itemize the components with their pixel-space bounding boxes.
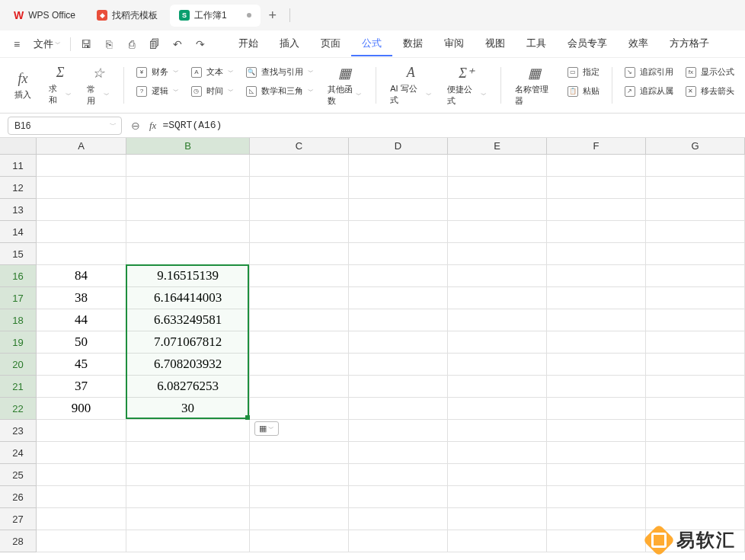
cell[interactable] bbox=[646, 243, 745, 265]
cell[interactable] bbox=[349, 354, 448, 376]
cell[interactable] bbox=[547, 265, 646, 287]
cell[interactable] bbox=[448, 243, 547, 265]
cell[interactable] bbox=[349, 486, 448, 508]
cell[interactable] bbox=[37, 243, 126, 265]
cell[interactable] bbox=[250, 354, 349, 376]
autosum-button[interactable]: Σ 求和﹀ bbox=[43, 64, 78, 107]
cell[interactable] bbox=[547, 309, 646, 331]
cell[interactable]: 7.071067812 bbox=[126, 331, 250, 354]
cell[interactable] bbox=[37, 199, 126, 221]
cell[interactable] bbox=[547, 442, 646, 464]
cell[interactable] bbox=[646, 309, 745, 331]
cell[interactable]: 30 bbox=[126, 398, 250, 420]
row-header[interactable]: 27 bbox=[0, 508, 37, 530]
cell[interactable]: 6.708203932 bbox=[126, 354, 250, 376]
menu-tab-0[interactable]: 开始 bbox=[228, 32, 269, 56]
cell[interactable] bbox=[448, 354, 547, 376]
formula-input[interactable]: =SQRT(A16) bbox=[162, 120, 737, 131]
fx-icon[interactable]: fx bbox=[149, 120, 156, 132]
cell[interactable] bbox=[448, 442, 547, 464]
cell[interactable] bbox=[349, 199, 448, 221]
cell[interactable] bbox=[37, 442, 126, 464]
cell[interactable] bbox=[126, 177, 250, 199]
cell[interactable] bbox=[349, 420, 448, 442]
cell[interactable] bbox=[448, 309, 547, 331]
insert-function-button[interactable]: fx 插入 bbox=[6, 64, 40, 107]
column-header[interactable]: B bbox=[126, 138, 250, 154]
undo-icon[interactable]: ↶ bbox=[167, 34, 188, 55]
cell[interactable] bbox=[547, 398, 646, 420]
cell[interactable] bbox=[547, 486, 646, 508]
cell[interactable] bbox=[646, 155, 745, 177]
cell[interactable] bbox=[250, 464, 349, 486]
cell[interactable] bbox=[37, 221, 126, 243]
cell[interactable] bbox=[448, 398, 547, 420]
print-icon[interactable]: ⎙ bbox=[121, 34, 142, 55]
cell[interactable] bbox=[250, 309, 349, 331]
paste-name-button[interactable]: 📋粘贴 bbox=[563, 83, 604, 99]
cell[interactable] bbox=[126, 199, 250, 221]
cell[interactable] bbox=[126, 243, 250, 265]
cell[interactable] bbox=[250, 265, 349, 287]
cell[interactable] bbox=[646, 464, 745, 486]
cell[interactable] bbox=[349, 442, 448, 464]
cell[interactable]: 900 bbox=[37, 398, 126, 420]
text-functions-button[interactable]: A文本﹀ bbox=[187, 64, 238, 80]
cell[interactable] bbox=[448, 331, 547, 354]
cell[interactable]: 9.16515139 bbox=[126, 265, 250, 287]
cell[interactable] bbox=[349, 464, 448, 486]
cell[interactable]: 38 bbox=[37, 287, 126, 309]
menu-tab-9[interactable]: 效率 bbox=[618, 32, 659, 56]
cell[interactable] bbox=[37, 486, 126, 508]
row-header[interactable]: 17 bbox=[0, 287, 37, 309]
remove-arrows-button[interactable]: ✕移去箭头 bbox=[681, 83, 739, 99]
row-header[interactable]: 11 bbox=[0, 155, 37, 177]
cell[interactable] bbox=[126, 508, 250, 530]
cell[interactable] bbox=[547, 331, 646, 354]
cell[interactable] bbox=[126, 486, 250, 508]
row-header[interactable]: 22 bbox=[0, 398, 37, 420]
row-header[interactable]: 25 bbox=[0, 464, 37, 486]
cell[interactable] bbox=[126, 420, 250, 442]
cell[interactable] bbox=[448, 376, 547, 398]
cell[interactable] bbox=[126, 155, 250, 177]
menu-tab-7[interactable]: 工具 bbox=[516, 32, 557, 56]
cell[interactable] bbox=[547, 354, 646, 376]
hamburger-icon[interactable]: ≡ bbox=[6, 34, 27, 55]
cell[interactable] bbox=[448, 486, 547, 508]
row-header[interactable]: 18 bbox=[0, 309, 37, 331]
cell[interactable] bbox=[126, 221, 250, 243]
cell[interactable] bbox=[349, 530, 448, 552]
cell[interactable] bbox=[646, 287, 745, 309]
other-functions-button[interactable]: ▦ 其他函数﹀ bbox=[321, 64, 368, 107]
cell[interactable] bbox=[547, 287, 646, 309]
cell[interactable] bbox=[646, 420, 745, 442]
cell[interactable]: 6.633249581 bbox=[126, 309, 250, 331]
row-header[interactable]: 13 bbox=[0, 199, 37, 221]
cell[interactable] bbox=[37, 464, 126, 486]
cell[interactable] bbox=[448, 530, 547, 552]
cell[interactable] bbox=[349, 309, 448, 331]
cell[interactable] bbox=[126, 530, 250, 552]
cell[interactable] bbox=[349, 287, 448, 309]
row-header[interactable]: 20 bbox=[0, 354, 37, 376]
column-header[interactable]: F bbox=[547, 138, 646, 154]
new-tab-button[interactable]: + bbox=[264, 6, 282, 24]
cell[interactable] bbox=[250, 398, 349, 420]
cell[interactable] bbox=[646, 177, 745, 199]
cell[interactable] bbox=[349, 508, 448, 530]
cell[interactable]: 50 bbox=[37, 331, 126, 354]
export-icon[interactable]: ⎘ bbox=[98, 34, 120, 55]
cell[interactable] bbox=[547, 177, 646, 199]
cell[interactable] bbox=[448, 155, 547, 177]
cell[interactable] bbox=[448, 464, 547, 486]
cell[interactable] bbox=[448, 508, 547, 530]
cell[interactable] bbox=[646, 265, 745, 287]
row-header[interactable]: 26 bbox=[0, 486, 37, 508]
trace-dependents-button[interactable]: ↗追踪从属 bbox=[620, 83, 678, 99]
spreadsheet[interactable]: ABCDEFG 111213141516849.1651513917386.16… bbox=[0, 138, 745, 560]
cell[interactable] bbox=[349, 376, 448, 398]
column-header[interactable]: E bbox=[448, 138, 547, 154]
row-header[interactable]: 19 bbox=[0, 331, 37, 354]
finance-functions-button[interactable]: ¥财务﹀ bbox=[132, 64, 184, 80]
